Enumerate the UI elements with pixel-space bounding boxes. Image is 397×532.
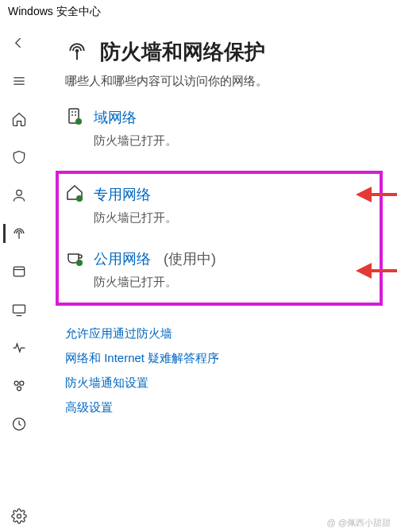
svg-point-0: [17, 190, 22, 195]
public-network-status: 防火墙已打开。: [94, 275, 373, 290]
advanced-settings-link[interactable]: 高级设置: [65, 400, 383, 415]
antenna-icon: [65, 39, 89, 66]
svg-rect-2: [13, 267, 24, 276]
svg-point-6: [14, 381, 18, 385]
shield-icon[interactable]: [3, 141, 35, 173]
annotation-arrow-icon: [356, 260, 397, 282]
family-icon[interactable]: [3, 370, 35, 402]
nav-rail: [0, 24, 38, 532]
domain-network-block: 域网络 防火墙已打开。: [65, 106, 383, 148]
svg-point-7: [20, 381, 24, 385]
domain-network-link[interactable]: 域网络: [94, 108, 137, 127]
svg-point-23: [76, 195, 83, 202]
svg-point-18: [75, 118, 82, 125]
troubleshoot-link[interactable]: 网络和 Internet 疑难解答程序: [65, 351, 383, 366]
svg-point-11: [76, 49, 79, 52]
public-network-block: 公用网络 (使用中) 防火墙已打开。: [65, 248, 373, 290]
app-layout: 防火墙和网络保护 哪些人和哪些内容可以访问你的网络。 域网络 防火墙已打开。: [0, 24, 397, 532]
private-network-block: 专用网络 防火墙已打开。: [65, 183, 373, 226]
house-icon: [65, 183, 84, 206]
history-icon[interactable]: [3, 408, 35, 440]
page-title: 防火墙和网络保护: [100, 38, 265, 66]
svg-marker-20: [356, 187, 372, 202]
window-title: Windows 安全中心: [0, 0, 397, 24]
account-icon[interactable]: [3, 179, 35, 211]
annotation-arrow-icon: [356, 183, 397, 206]
settings-icon[interactable]: [3, 500, 35, 532]
domain-network-status: 防火墙已打开。: [94, 133, 383, 148]
public-network-link[interactable]: 公用网络: [94, 249, 151, 268]
svg-rect-4: [13, 305, 25, 313]
home-icon[interactable]: [3, 103, 35, 135]
svg-point-8: [17, 387, 21, 391]
svg-point-24: [76, 260, 83, 266]
menu-icon[interactable]: [3, 65, 35, 97]
private-network-link[interactable]: 专用网络: [94, 185, 151, 204]
public-network-inuse-label: (使用中): [164, 249, 216, 268]
watermark: @ @佩西小甜甜: [327, 517, 391, 529]
svg-point-10: [17, 515, 21, 519]
health-icon[interactable]: [3, 332, 35, 364]
allow-app-link[interactable]: 允许应用通过防火墙: [65, 326, 383, 341]
link-list: 允许应用通过防火墙 网络和 Internet 疑难解答程序 防火墙通知设置 高级…: [65, 326, 383, 415]
svg-marker-22: [356, 263, 372, 279]
device-icon[interactable]: [3, 294, 35, 326]
main-content: 防火墙和网络保护 哪些人和哪些内容可以访问你的网络。 域网络 防火墙已打开。: [38, 24, 397, 532]
firewall-icon[interactable]: [3, 218, 35, 249]
annotation-highlight-box: 专用网络 防火墙已打开。 公用网络 (使用中) 防火墙已打开。: [56, 171, 383, 306]
page-subtitle: 哪些人和哪些内容可以访问你的网络。: [65, 74, 383, 89]
private-network-status: 防火墙已打开。: [94, 210, 373, 226]
notification-settings-link[interactable]: 防火墙通知设置: [65, 376, 383, 391]
coffee-icon: [65, 248, 84, 270]
building-icon: [65, 106, 84, 129]
page-heading: 防火墙和网络保护: [65, 38, 383, 66]
back-button[interactable]: [3, 27, 35, 59]
app-browser-icon[interactable]: [3, 256, 35, 287]
